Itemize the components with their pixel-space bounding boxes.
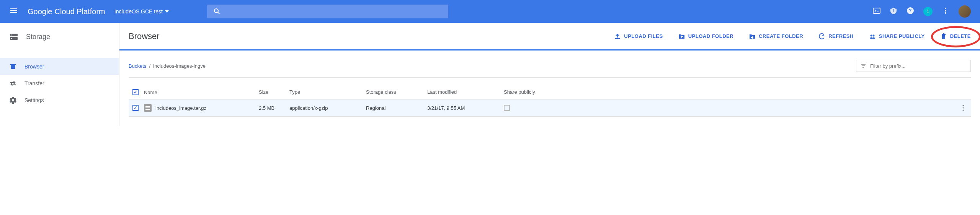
col-name-header[interactable]: Name bbox=[144, 89, 259, 95]
page-title: Browser bbox=[129, 31, 160, 41]
create-folder-button[interactable]: CREATE FOLDER bbox=[749, 33, 803, 40]
refresh-icon bbox=[818, 33, 825, 40]
svg-point-5 bbox=[945, 10, 946, 11]
svg-rect-0 bbox=[873, 8, 880, 13]
upload-files-button[interactable]: UPLOAD FILES bbox=[614, 33, 663, 40]
sidebar-item-transfer[interactable]: Transfer bbox=[0, 75, 119, 92]
upload-folder-button[interactable]: UPLOAD FOLDER bbox=[678, 33, 733, 40]
col-size-header[interactable]: Size bbox=[259, 89, 289, 95]
sidebar-item-label: Browser bbox=[24, 64, 44, 70]
svg-text:?: ? bbox=[909, 8, 911, 13]
svg-point-11 bbox=[870, 34, 872, 36]
filter-input[interactable] bbox=[870, 63, 967, 69]
user-avatar[interactable] bbox=[959, 5, 971, 18]
announcement-icon[interactable]: ! bbox=[890, 7, 897, 16]
action-label: UPLOAD FILES bbox=[624, 33, 663, 39]
sidebar-title: Storage bbox=[26, 33, 50, 41]
row-checkbox[interactable] bbox=[132, 105, 139, 111]
transfer-icon bbox=[9, 80, 17, 87]
breadcrumb-root-link[interactable]: Buckets bbox=[129, 63, 146, 69]
topbar: Google Cloud Platform IncludeOS GCE test… bbox=[0, 0, 980, 23]
cloud-shell-icon[interactable] bbox=[873, 7, 880, 16]
hamburger-menu-icon[interactable] bbox=[6, 3, 21, 20]
topbar-right: ! ? 1 bbox=[873, 5, 974, 18]
logo-google: Google bbox=[28, 7, 52, 16]
gcp-logo[interactable]: Google Cloud Platform bbox=[28, 7, 105, 16]
file-last-modified: 3/21/17, 9:55 AM bbox=[427, 105, 504, 111]
filter-box[interactable] bbox=[856, 60, 971, 72]
col-type-header[interactable]: Type bbox=[289, 89, 366, 95]
file-storage-class: Regional bbox=[366, 105, 427, 111]
create-folder-icon bbox=[749, 33, 756, 40]
select-all-checkbox[interactable] bbox=[132, 89, 139, 95]
upload-icon bbox=[614, 33, 621, 40]
svg-point-12 bbox=[872, 34, 874, 36]
svg-point-13 bbox=[963, 105, 964, 106]
gear-icon bbox=[9, 96, 17, 104]
search-box[interactable] bbox=[207, 5, 448, 18]
svg-point-4 bbox=[945, 8, 946, 9]
notifications-badge[interactable]: 1 bbox=[923, 7, 933, 16]
col-storage-header[interactable]: Storage class bbox=[366, 89, 427, 95]
svg-point-9 bbox=[11, 35, 12, 36]
content: Browser UPLOAD FILES UPLOAD FOLDER CREAT… bbox=[119, 23, 980, 126]
share-icon bbox=[869, 33, 876, 40]
file-table: Name Size Type Storage class Last modifi… bbox=[129, 85, 971, 117]
table-header-row: Name Size Type Storage class Last modifi… bbox=[129, 85, 971, 99]
action-label: DELETE bbox=[950, 33, 971, 39]
breadcrumb: Buckets / includeos-images-ingve bbox=[129, 63, 206, 69]
more-vert-icon[interactable] bbox=[942, 7, 949, 16]
svg-point-10 bbox=[11, 38, 12, 39]
project-selector[interactable]: IncludeOS GCE test bbox=[114, 8, 169, 15]
breadcrumb-row: Buckets / includeos-images-ingve bbox=[129, 60, 971, 78]
file-icon bbox=[144, 104, 152, 112]
delete-button[interactable]: DELETE bbox=[940, 33, 971, 40]
action-label: UPLOAD FOLDER bbox=[688, 33, 733, 39]
search-icon bbox=[213, 8, 221, 15]
upload-folder-icon bbox=[678, 33, 685, 40]
action-label: CREATE FOLDER bbox=[759, 33, 803, 39]
svg-point-14 bbox=[963, 108, 964, 109]
svg-point-15 bbox=[963, 110, 964, 111]
file-type: application/x-gzip bbox=[289, 105, 366, 111]
col-share-header[interactable]: Share publicly bbox=[504, 89, 565, 95]
table-row[interactable]: includeos_image.tar.gz 2.5 MB applicatio… bbox=[129, 99, 971, 117]
bucket-icon bbox=[9, 63, 17, 70]
sidebar-item-settings[interactable]: Settings bbox=[0, 92, 119, 109]
sidebar-item-browser[interactable]: Browser bbox=[0, 58, 119, 75]
refresh-button[interactable]: REFRESH bbox=[818, 33, 854, 40]
sidebar-header: Storage bbox=[0, 23, 119, 50]
project-name: IncludeOS GCE test bbox=[114, 8, 163, 15]
sidebar-item-label: Settings bbox=[24, 97, 44, 103]
svg-point-6 bbox=[945, 12, 946, 14]
trash-icon bbox=[940, 33, 947, 40]
col-modified-header[interactable]: Last modified bbox=[427, 89, 504, 95]
action-label: SHARE PUBLICLY bbox=[879, 33, 925, 39]
breadcrumb-current: includeos-images-ingve bbox=[153, 63, 206, 69]
caret-down-icon bbox=[165, 10, 169, 13]
sidebar-item-label: Transfer bbox=[24, 80, 44, 86]
svg-text:!: ! bbox=[893, 8, 894, 13]
col-checkbox-header bbox=[129, 89, 144, 95]
action-label: REFRESH bbox=[828, 33, 854, 39]
share-publicly-button[interactable]: SHARE PUBLICLY bbox=[869, 33, 925, 40]
share-publicly-checkbox[interactable] bbox=[504, 105, 510, 111]
file-name[interactable]: includeos_image.tar.gz bbox=[155, 105, 206, 111]
logo-cloud-platform: Cloud Platform bbox=[55, 7, 105, 16]
content-header: Browser UPLOAD FILES UPLOAD FOLDER CREAT… bbox=[119, 23, 980, 50]
more-vert-icon[interactable] bbox=[960, 104, 967, 111]
storage-icon bbox=[9, 32, 18, 41]
help-icon[interactable]: ? bbox=[906, 7, 914, 16]
sidebar: Storage Browser Transfer Settings bbox=[0, 23, 119, 126]
filter-icon bbox=[860, 63, 866, 69]
notifications-count: 1 bbox=[927, 9, 929, 14]
file-size: 2.5 MB bbox=[259, 105, 289, 111]
